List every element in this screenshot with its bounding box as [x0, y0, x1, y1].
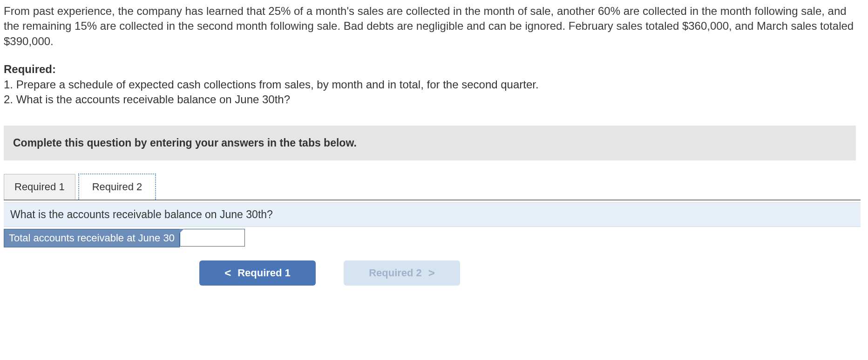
chevron-right-icon: > [428, 267, 435, 280]
required-heading: Required: [4, 62, 864, 77]
instruction-bar: Complete this question by entering your … [4, 126, 856, 160]
accounts-receivable-input[interactable] [180, 229, 245, 247]
answer-label: Total accounts receivable at June 30 [4, 229, 180, 247]
required-item-2: 2. What is the accounts receivable balan… [4, 92, 864, 107]
tab-required-1[interactable]: Required 1 [4, 174, 75, 200]
tab-underline [4, 200, 861, 200]
answer-row: Total accounts receivable at June 30 [4, 229, 864, 247]
next-button-label: Required 2 [369, 267, 422, 279]
tabs: Required 1 Required 2 [4, 173, 861, 200]
tab-required-2[interactable]: Required 2 [78, 173, 156, 200]
chevron-left-icon: < [224, 267, 231, 280]
prev-button-label: Required 1 [237, 267, 291, 279]
problem-paragraph: From past experience, the company has le… [4, 4, 864, 49]
prev-button[interactable]: < Required 1 [199, 260, 316, 286]
next-button[interactable]: Required 2 > [344, 260, 460, 286]
required-item-1: 1. Prepare a schedule of expected cash c… [4, 77, 864, 92]
subquestion-text: What is the accounts receivable balance … [4, 202, 861, 227]
input-notch-icon [179, 229, 184, 233]
required-block: Required: 1. Prepare a schedule of expec… [4, 62, 864, 107]
nav-buttons: < Required 1 Required 2 > [199, 260, 864, 286]
